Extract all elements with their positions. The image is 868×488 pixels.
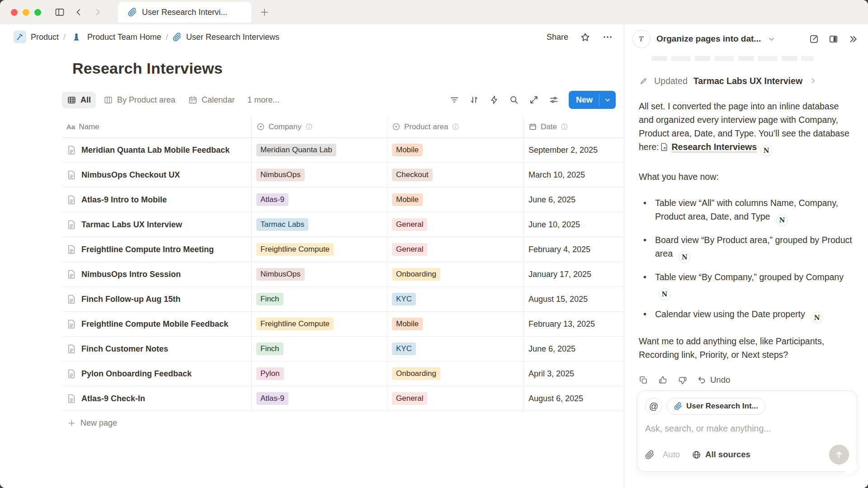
cell-company[interactable]: Freightline Compute xyxy=(252,237,387,262)
table-row[interactable]: Meridian Quanta Lab Mobile FeedbackMerid… xyxy=(62,138,624,163)
expand-icon[interactable] xyxy=(526,92,542,108)
column-header-company[interactable]: Company xyxy=(252,116,387,137)
sidebar-toggle-icon[interactable] xyxy=(54,6,66,18)
cell-name[interactable]: Finch Customer Notes xyxy=(62,337,252,361)
cell-date[interactable]: August 6, 2025 xyxy=(524,386,624,411)
back-icon[interactable] xyxy=(73,6,85,18)
table-row[interactable]: Finch Follow-up Aug 15thFinchKYCAugust 1… xyxy=(62,287,624,312)
cell-company[interactable]: Tarmac Labs xyxy=(252,212,387,237)
cell-name[interactable]: NimbusOps Checkout UX xyxy=(62,163,252,187)
cell-name[interactable]: Finch Follow-up Aug 15th xyxy=(62,287,252,311)
cell-date[interactable]: February 13, 2025 xyxy=(524,312,624,336)
table-row[interactable]: Tarmac Labs UX InterviewTarmac LabsGener… xyxy=(62,212,624,237)
chevron-down-icon[interactable] xyxy=(768,35,775,43)
cell-product-area[interactable]: KYC xyxy=(387,287,524,311)
cell-company[interactable]: NimbusOps xyxy=(252,163,387,187)
mention-button[interactable]: @ xyxy=(645,398,662,415)
column-header-date[interactable]: Date xyxy=(524,116,624,137)
table-row[interactable]: Freightline Compute Mobile FeedbackFreig… xyxy=(62,312,624,337)
chevron-down-icon[interactable] xyxy=(599,91,616,109)
cell-date[interactable]: September 2, 2025 xyxy=(524,138,624,162)
view-tab-by-product-area[interactable]: By Product area xyxy=(99,92,180,108)
sort-icon[interactable] xyxy=(467,92,482,108)
copy-icon[interactable] xyxy=(639,375,648,385)
search-icon[interactable] xyxy=(506,92,522,108)
context-page-chip[interactable]: User Research Int... xyxy=(667,398,765,415)
new-page-button[interactable]: New page xyxy=(62,411,624,435)
new-chat-icon[interactable] xyxy=(809,34,819,44)
cell-name[interactable]: Atlas-9 Intro to Mobile xyxy=(62,188,252,212)
filter-icon[interactable] xyxy=(447,92,462,108)
table-row[interactable]: Finch Customer NotesFinchKYCJune 6, 2025 xyxy=(62,337,624,361)
collapse-panel-chevrons-icon[interactable] xyxy=(848,34,858,44)
breadcrumb-team-home[interactable]: Product Team Home xyxy=(67,29,164,45)
table-row[interactable]: Atlas-9 Check-InAtlas-9GeneralAugust 6, … xyxy=(62,386,624,411)
table-row[interactable]: Freightline Compute Intro MeetingFreight… xyxy=(62,237,624,262)
table-row[interactable]: NimbusOps Intro SessionNimbusOpsOnboardi… xyxy=(62,262,624,287)
column-header-product-area[interactable]: Product area xyxy=(387,116,524,137)
minimize-window-button[interactable] xyxy=(23,9,29,16)
cell-date[interactable]: August 15, 2025 xyxy=(524,287,624,311)
ai-thread-title[interactable]: Organize pages into dat... xyxy=(656,34,761,44)
sources-selector[interactable]: All sources xyxy=(692,450,750,460)
more-options-icon[interactable] xyxy=(602,32,613,42)
cell-date[interactable]: June 6, 2025 xyxy=(524,337,624,361)
cell-date[interactable]: June 6, 2025 xyxy=(524,188,624,212)
cell-product-area[interactable]: Mobile xyxy=(387,138,524,162)
send-button[interactable] xyxy=(829,445,849,465)
breadcrumb-product[interactable]: Product xyxy=(11,29,61,45)
cell-product-area[interactable]: General xyxy=(387,237,524,262)
close-window-button[interactable] xyxy=(11,9,18,16)
cell-date[interactable]: April 3, 2025 xyxy=(524,361,624,386)
cell-product-area[interactable]: Onboarding xyxy=(387,361,524,386)
column-header-name[interactable]: Aa Name xyxy=(62,116,252,137)
attach-paperclip-icon[interactable] xyxy=(645,450,655,460)
cell-date[interactable]: February 4, 2025 xyxy=(524,237,624,262)
zoom-window-button[interactable] xyxy=(34,9,41,16)
model-auto-selector[interactable]: Auto xyxy=(663,450,680,460)
share-button[interactable]: Share xyxy=(547,33,568,42)
ai-face-icon[interactable] xyxy=(632,30,651,48)
cell-product-area[interactable]: Onboarding xyxy=(387,262,524,286)
cell-name[interactable]: Pylon Onboarding Feedback xyxy=(62,361,252,386)
table-row[interactable]: NimbusOps Checkout UXNimbusOpsCheckoutMa… xyxy=(62,163,624,188)
tab-user-research-interviews[interactable]: User Research Intervi... xyxy=(118,2,251,23)
cell-product-area[interactable]: General xyxy=(387,212,524,237)
thumbs-down-icon[interactable] xyxy=(678,375,687,385)
cell-company[interactable]: Freightline Compute xyxy=(252,312,387,336)
cell-name[interactable]: Freightline Compute Mobile Feedback xyxy=(62,312,252,336)
table-row[interactable]: Pylon Onboarding FeedbackPylonOnboarding… xyxy=(62,361,624,386)
composer-input[interactable] xyxy=(645,423,849,434)
table-row[interactable]: Atlas-9 Intro to MobileAtlas-9MobileJune… xyxy=(62,188,624,212)
cell-company[interactable]: Atlas-9 xyxy=(252,188,387,212)
view-tab-calendar[interactable]: Calendar xyxy=(183,92,240,108)
new-tab-button[interactable] xyxy=(258,5,271,19)
cell-company[interactable]: Atlas-9 xyxy=(252,386,387,411)
toggle-panel-icon[interactable] xyxy=(828,34,839,44)
cell-name[interactable]: Atlas-9 Check-In xyxy=(62,386,252,411)
breadcrumb-page[interactable]: User Research Interviews xyxy=(170,31,282,44)
cell-company[interactable]: Pylon xyxy=(252,361,387,386)
view-tab-all[interactable]: All xyxy=(62,92,96,108)
updated-page-row[interactable]: Updated Tarmac Labs UX Interview xyxy=(639,74,854,88)
automation-lightning-icon[interactable] xyxy=(486,92,502,108)
cell-product-area[interactable]: Checkout xyxy=(387,163,524,187)
cell-product-area[interactable]: Mobile xyxy=(387,188,524,212)
cell-date[interactable]: March 10, 2025 xyxy=(524,163,624,187)
new-button[interactable]: New xyxy=(569,91,616,109)
cell-company[interactable]: NimbusOps xyxy=(252,262,387,286)
cell-name[interactable]: Meridian Quanta Lab Mobile Feedback xyxy=(62,138,252,162)
cell-product-area[interactable]: Mobile xyxy=(387,312,524,336)
thumbs-up-icon[interactable] xyxy=(658,375,668,385)
research-interviews-link[interactable]: Research Interviews xyxy=(671,142,757,152)
view-tab-more[interactable]: 1 more... xyxy=(242,92,284,108)
ai-composer[interactable]: @ User Research Int... xyxy=(637,390,857,472)
favorite-star-icon[interactable] xyxy=(580,32,590,42)
forward-icon[interactable] xyxy=(92,6,104,18)
cell-product-area[interactable]: KYC xyxy=(387,337,524,361)
cell-date[interactable]: June 10, 2025 xyxy=(524,212,624,237)
cell-product-area[interactable]: General xyxy=(387,386,524,411)
cell-company[interactable]: Finch xyxy=(252,337,387,361)
undo-button[interactable]: Undo xyxy=(697,373,730,387)
cell-name[interactable]: Freightline Compute Intro Meeting xyxy=(62,237,252,262)
